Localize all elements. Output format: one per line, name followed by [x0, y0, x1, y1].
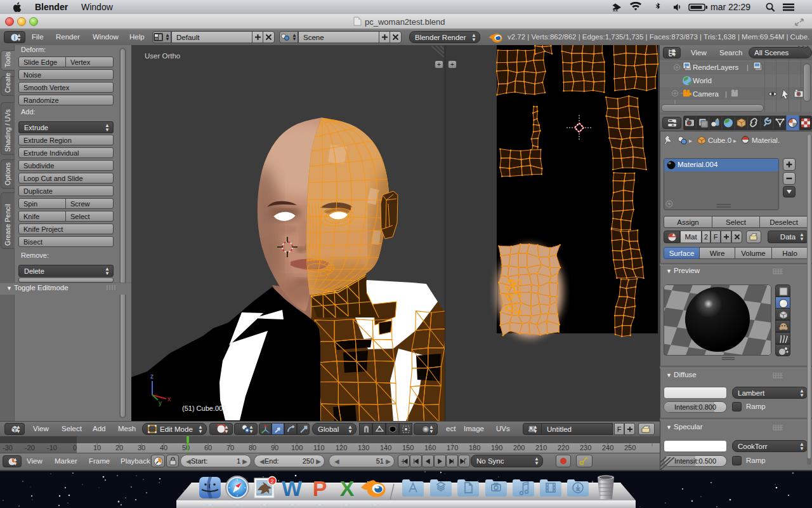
- svg-text:P: P: [313, 476, 327, 500]
- svg-text:|: |: [725, 90, 727, 98]
- svg-text:x: x: [167, 396, 171, 403]
- svg-text:X: X: [340, 476, 355, 500]
- svg-text:RenderLayers: RenderLayers: [693, 64, 738, 71]
- svg-text:(51) Cube.001: (51) Cube.001: [182, 404, 226, 412]
- svg-text:2: 2: [270, 478, 273, 485]
- svg-text:i: i: [14, 34, 15, 41]
- svg-text:▸: ▸: [689, 137, 692, 144]
- svg-text:W: W: [282, 476, 303, 500]
- svg-text:y: y: [159, 399, 162, 406]
- svg-text:Camera: Camera: [693, 90, 719, 98]
- svg-text:Cube.0: Cube.0: [708, 137, 731, 144]
- svg-text:|: |: [747, 64, 749, 71]
- svg-text:World: World: [693, 77, 712, 84]
- svg-text:Material.: Material.: [752, 137, 780, 144]
- svg-text:z: z: [150, 373, 154, 380]
- svg-text:▸: ▸: [733, 137, 737, 144]
